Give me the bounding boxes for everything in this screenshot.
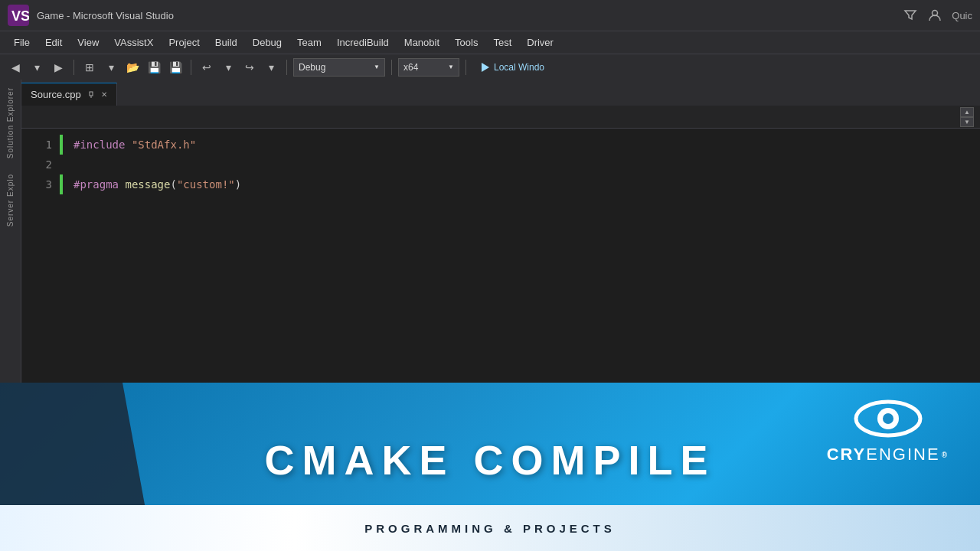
menu-project[interactable]: Project: [161, 34, 207, 51]
platform-dropdown[interactable]: x64 ▼: [398, 58, 459, 77]
menu-bar: File Edit View VAssistX Project Build De…: [0, 31, 980, 54]
svg-marker-3: [482, 63, 489, 72]
menu-debug[interactable]: Debug: [245, 34, 289, 51]
menu-tools[interactable]: Tools: [447, 34, 485, 51]
platform-label: x64: [403, 62, 418, 73]
overlay-title-area: CMAKE COMPILE: [265, 436, 716, 484]
back-arrow-btn[interactable]: ▾: [28, 58, 46, 77]
sidebar-solution-explorer[interactable]: Solution Explorer: [6, 87, 15, 158]
back-btn[interactable]: ◀: [6, 58, 24, 77]
forward-btn[interactable]: ▶: [49, 58, 67, 77]
tab-pin-icon: [87, 91, 95, 99]
overlay-bottom-band: PROGRAMMING & PROJECTS: [0, 505, 980, 551]
scroll-down-arrow[interactable]: ▼: [960, 117, 974, 127]
code-line-1: #include "StdAfx.h": [74, 135, 971, 155]
registered-symbol: ®: [942, 451, 949, 459]
scroll-strip: ▲ ▼: [21, 106, 980, 129]
undo-arrow-btn[interactable]: ▾: [219, 58, 237, 77]
cryengine-logo: CRY ENGINE ®: [827, 398, 949, 465]
tab-close-btn[interactable]: ✕: [101, 90, 107, 99]
title-bar-right: Quic: [903, 8, 972, 23]
undo-btn[interactable]: ↩: [198, 58, 216, 77]
sep1: [74, 60, 74, 75]
sep2: [191, 60, 191, 75]
solution-explorer-btn[interactable]: ⊞: [80, 58, 99, 77]
menu-vassistx[interactable]: VAssistX: [106, 34, 161, 51]
config-dropdown-arrow: ▼: [374, 64, 380, 70]
redo-btn[interactable]: ↪: [240, 58, 259, 77]
play-label: Local Windo: [494, 62, 544, 73]
menu-driver[interactable]: Driver: [519, 34, 561, 51]
sep4: [391, 60, 392, 75]
overlay-subtitle: PROGRAMMING & PROJECTS: [364, 522, 616, 535]
menu-test[interactable]: Test: [485, 34, 519, 51]
menu-manobit[interactable]: Manobit: [397, 34, 447, 51]
code-line-3: #pragma message("custom!"): [74, 174, 971, 194]
save-all-btn[interactable]: 💾: [166, 58, 185, 77]
line-num-2: 2: [46, 155, 52, 174]
cryengine-text-container: CRY ENGINE ®: [827, 445, 949, 465]
line-num-1: 1: [46, 135, 52, 155]
svg-rect-4: [90, 92, 93, 96]
gutter-bar-2: [60, 174, 63, 194]
menu-team[interactable]: Team: [289, 34, 329, 51]
title-bar: VS Game - Microsoft Visual Studio Quic: [0, 0, 980, 31]
gutter-bar-1: [60, 135, 63, 155]
sep3: [286, 60, 287, 75]
svg-text:VS: VS: [11, 8, 29, 24]
overlay-title: CMAKE COMPILE: [265, 436, 716, 484]
menu-incredibuild[interactable]: IncrediBuild: [329, 34, 397, 51]
line-num-3: 3: [46, 174, 52, 194]
code-line-2: [74, 155, 971, 174]
menu-view[interactable]: View: [70, 34, 106, 51]
config-dropdown[interactable]: Debug ▼: [293, 58, 385, 77]
vs-logo-icon: VS: [8, 5, 29, 26]
engine-text: ENGINE: [866, 445, 939, 465]
file-btn[interactable]: ▾: [102, 58, 120, 77]
scroll-arrows: ▲ ▼: [960, 107, 974, 127]
cryengine-eye-icon: [854, 398, 923, 440]
redo-arrow-btn[interactable]: ▾: [262, 58, 280, 77]
config-label: Debug: [299, 62, 325, 73]
bottom-overlay: CMAKE COMPILE PROGRAMMING & PROJECTS CRY…: [0, 383, 980, 551]
sidebar-server-explorer[interactable]: Server Explo: [6, 174, 15, 227]
menu-build[interactable]: Build: [207, 34, 245, 51]
play-icon: [479, 61, 491, 73]
svg-point-8: [883, 413, 893, 424]
title-text: Game - Microsoft Visual Studio: [37, 10, 174, 21]
source-cpp-tab[interactable]: Source.cpp ✕: [21, 83, 117, 106]
save-btn[interactable]: 💾: [145, 58, 163, 77]
cry-text: CRY: [827, 445, 867, 465]
platform-dropdown-arrow: ▼: [448, 64, 454, 70]
open-file-btn[interactable]: 📂: [123, 58, 142, 77]
user-icon[interactable]: [927, 8, 942, 23]
menu-edit[interactable]: Edit: [38, 34, 70, 51]
menu-file[interactable]: File: [6, 34, 38, 51]
play-button[interactable]: Local Windo: [472, 60, 550, 75]
sep5: [466, 60, 466, 75]
quick-label: Quic: [952, 10, 972, 21]
scroll-up-arrow[interactable]: ▲: [960, 107, 974, 117]
toolbar: ◀ ▾ ▶ ⊞ ▾ 📂 💾 💾 ↩ ▾ ↪ ▾ Debug ▼ x64 ▼ Lo…: [0, 54, 980, 80]
filter-icon[interactable]: [903, 8, 918, 23]
tab-name: Source.cpp: [31, 89, 81, 100]
tab-bar: Source.cpp ✕: [21, 80, 980, 106]
